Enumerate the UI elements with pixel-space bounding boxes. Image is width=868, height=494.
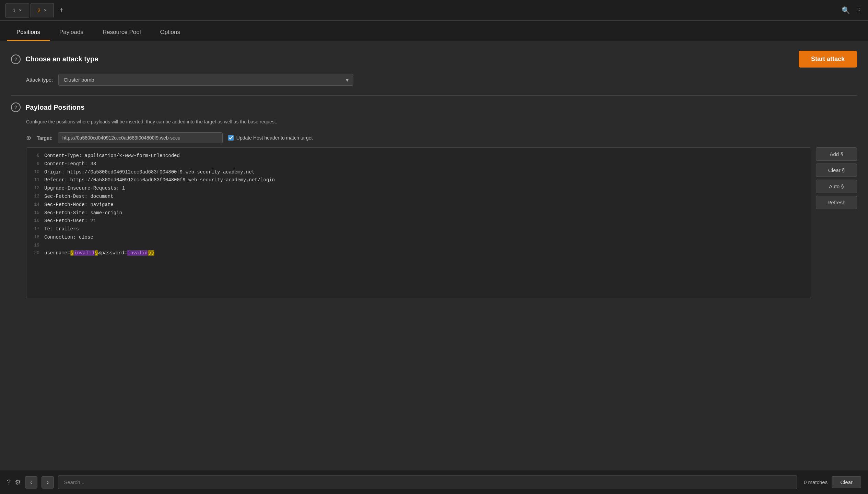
line-content: Origin: https://0a5800cd040912ccc0ad683f… xyxy=(44,168,805,177)
update-host-checkbox[interactable] xyxy=(228,135,234,141)
add-section-button[interactable]: Add § xyxy=(816,147,857,161)
editor-area: 8Content-Type: application/x-www-form-ur… xyxy=(26,147,857,298)
line-content: Connection: close xyxy=(44,233,805,242)
line-content xyxy=(44,242,805,249)
target-label: Target: xyxy=(37,135,52,141)
request-line: 11Referer: https://0a5800cd040912ccc0ad6… xyxy=(32,176,805,184)
add-tab-button[interactable]: + xyxy=(55,4,68,16)
tab-1-label: 1 xyxy=(13,7,15,13)
line-content: Content-Type: application/x-www-form-url… xyxy=(44,152,805,160)
request-editor[interactable]: 8Content-Type: application/x-www-form-ur… xyxy=(26,147,811,298)
line-content: Sec-Fetch-Site: same-origin xyxy=(44,209,805,217)
positions-section-header: ? Payload Positions xyxy=(11,103,857,112)
positions-help-icon[interactable]: ? xyxy=(11,103,21,112)
request-line: 10Origin: https://0a5800cd040912ccc0ad68… xyxy=(32,168,805,177)
line-content: Te: trailers xyxy=(44,225,805,233)
request-line: 19 xyxy=(32,242,805,249)
request-line: 13Sec-Fetch-Dest: document xyxy=(32,193,805,201)
tab-2-label: 2 xyxy=(38,7,40,13)
line-content: username=§invalid§&password=invalid§§ xyxy=(44,249,805,257)
line-number: 14 xyxy=(32,201,44,209)
line-content: Content-Length: 33 xyxy=(44,160,805,168)
request-line: 18Connection: close xyxy=(32,233,805,242)
line-content: Referer: https://0a5800cd040912ccc0ad683… xyxy=(44,176,805,184)
line-number: 18 xyxy=(32,233,44,242)
tab-1[interactable]: 1 × xyxy=(5,3,29,17)
line-number: 12 xyxy=(32,184,44,193)
back-button[interactable]: ‹ xyxy=(25,476,37,489)
start-attack-button[interactable]: Start attack xyxy=(799,51,857,68)
tab-2-close[interactable]: × xyxy=(44,8,47,13)
line-content: Upgrade-Insecure-Requests: 1 xyxy=(44,184,805,193)
tab-payloads[interactable]: Payloads xyxy=(50,24,93,41)
line-number: 9 xyxy=(32,160,44,168)
line-number: 20 xyxy=(32,249,44,257)
line-number: 17 xyxy=(32,225,44,233)
target-row: ⊕ Target: Update Host header to match ta… xyxy=(26,132,857,143)
attack-type-title: Choose an attack type xyxy=(25,55,98,63)
more-options-button[interactable]: ⋮ xyxy=(856,6,863,14)
request-line: 9Content-Length: 33 xyxy=(32,160,805,168)
refresh-button[interactable]: Refresh xyxy=(816,196,857,209)
nav-tabs: Positions Payloads Resource Pool Options xyxy=(0,21,868,41)
positions-description: Configure the positions where payloads w… xyxy=(26,118,857,125)
editor-side-buttons: Add § Clear § Auto § Refresh xyxy=(816,147,857,298)
request-line: 16Sec-Fetch-User: ?1 xyxy=(32,217,805,225)
tab-bar-actions: 🔍 ⋮ xyxy=(842,6,863,14)
line-number: 11 xyxy=(32,176,44,184)
tab-1-close[interactable]: × xyxy=(19,8,22,13)
search-icon-button[interactable]: 🔍 xyxy=(842,6,850,14)
line-content: Sec-Fetch-User: ?1 xyxy=(44,217,805,225)
attack-type-help-icon[interactable]: ? xyxy=(11,55,21,64)
tab-options[interactable]: Options xyxy=(150,24,190,41)
attack-type-section-header: ? Choose an attack type Start attack xyxy=(11,51,857,68)
target-crosshair-icon: ⊕ xyxy=(26,134,31,142)
search-input[interactable] xyxy=(58,475,797,489)
line-content: Sec-Fetch-Dest: document xyxy=(44,193,805,201)
update-host-label: Update Host header to match target xyxy=(236,135,313,141)
line-number: 13 xyxy=(32,193,44,201)
request-line: 17Te: trailers xyxy=(32,225,805,233)
help-icon-button[interactable]: ? xyxy=(7,478,11,486)
line-number: 16 xyxy=(32,217,44,225)
clear-section-button[interactable]: Clear § xyxy=(816,164,857,177)
line-number: 10 xyxy=(32,168,44,177)
request-line: 14Sec-Fetch-Mode: navigate xyxy=(32,201,805,209)
tab-2[interactable]: 2 × xyxy=(31,3,54,17)
attack-type-label: Attack type: xyxy=(26,77,53,83)
bottom-bar: ? ⚙ ‹ › 0 matches Clear xyxy=(0,470,868,494)
matches-label: 0 matches xyxy=(804,479,828,485)
request-line: 12Upgrade-Insecure-Requests: 1 xyxy=(32,184,805,193)
main-content: ? Choose an attack type Start attack Att… xyxy=(0,41,868,470)
target-input[interactable] xyxy=(58,132,223,143)
tab-positions[interactable]: Positions xyxy=(7,24,50,41)
section-divider-1 xyxy=(11,95,857,96)
request-line: 15Sec-Fetch-Site: same-origin xyxy=(32,209,805,217)
request-line: 20username=§invalid§&password=invalid§§ xyxy=(32,249,805,257)
request-line: 8Content-Type: application/x-www-form-ur… xyxy=(32,152,805,160)
positions-title: Payload Positions xyxy=(25,104,84,111)
forward-button[interactable]: › xyxy=(42,476,54,489)
settings-icon-button[interactable]: ⚙ xyxy=(15,478,21,486)
auto-section-button[interactable]: Auto § xyxy=(816,180,857,193)
attack-type-row: Attack type: Cluster bomb xyxy=(26,74,857,86)
line-content: Sec-Fetch-Mode: navigate xyxy=(44,201,805,209)
attack-type-select-wrapper: Cluster bomb xyxy=(58,74,353,86)
attack-type-select[interactable]: Cluster bomb xyxy=(58,74,353,86)
update-host-row: Update Host header to match target xyxy=(228,135,313,141)
tab-bar: 1 × 2 × + 🔍 ⋮ xyxy=(0,0,868,21)
line-number: 15 xyxy=(32,209,44,217)
line-number: 8 xyxy=(32,152,44,160)
clear-button[interactable]: Clear xyxy=(832,476,861,488)
line-number: 19 xyxy=(32,242,44,249)
tab-resource-pool[interactable]: Resource Pool xyxy=(93,24,151,41)
